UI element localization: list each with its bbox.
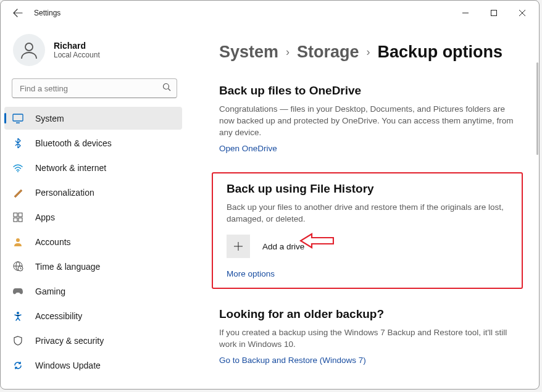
nav-item-accessibility[interactable]: Accessibility xyxy=(4,304,182,327)
globe-clock-icon xyxy=(12,261,24,273)
close-icon xyxy=(519,10,525,16)
svg-rect-13 xyxy=(19,218,22,222)
backup-restore-link[interactable]: Go to Backup and Restore (Windows 7) xyxy=(219,356,366,365)
search-field[interactable] xyxy=(12,78,177,98)
nav-item-accounts[interactable]: Accounts xyxy=(4,230,182,253)
nav-label: System xyxy=(35,114,64,123)
person-icon xyxy=(12,236,24,248)
bluetooth-icon xyxy=(12,137,24,149)
section-description: Congratulations — files in your Desktop,… xyxy=(219,104,514,139)
nav-item-gaming[interactable]: Gaming xyxy=(4,280,182,302)
nav-label: Privacy & security xyxy=(35,336,104,346)
section-title: Back up using File History xyxy=(227,182,513,196)
nav-item-time-language[interactable]: Time & language xyxy=(4,255,182,278)
section-description: Back up your files to another drive and … xyxy=(227,202,513,225)
scrollbar[interactable] xyxy=(535,62,539,340)
nav-label: Gaming xyxy=(35,286,65,296)
svg-point-9 xyxy=(17,171,19,172)
section-description: If you created a backup using the Window… xyxy=(219,327,514,351)
breadcrumb-current: Backup options xyxy=(378,43,503,62)
svg-point-14 xyxy=(16,238,20,242)
add-drive-button[interactable]: Add a drive xyxy=(227,235,513,258)
main-content: System › Storage › Backup options Back u… xyxy=(190,25,539,389)
brush-icon xyxy=(12,186,24,199)
breadcrumb: System › Storage › Backup options xyxy=(190,43,528,62)
maximize-button[interactable] xyxy=(480,4,508,22)
user-icon xyxy=(19,40,39,60)
accessibility-icon xyxy=(12,310,24,322)
monitor-icon xyxy=(12,112,24,125)
close-button[interactable] xyxy=(508,4,536,22)
arrow-left-icon xyxy=(13,8,23,18)
settings-window: Settings Richar xyxy=(0,0,540,390)
nav-label: Personalization xyxy=(35,188,94,198)
chevron-right-icon: › xyxy=(367,46,370,59)
chevron-right-icon: › xyxy=(286,46,290,59)
arrow-left-annotation-icon xyxy=(299,233,334,249)
sync-icon xyxy=(12,359,24,372)
wifi-icon xyxy=(12,162,24,174)
svg-rect-10 xyxy=(14,213,17,217)
svg-rect-7 xyxy=(13,114,23,121)
open-onedrive-link[interactable]: Open OneDrive xyxy=(219,144,277,153)
nav-label: Apps xyxy=(35,212,55,222)
back-button[interactable] xyxy=(9,4,27,22)
annotation-arrow xyxy=(299,233,334,249)
section-title: Looking for an older backup? xyxy=(219,307,514,321)
nav-item-windows-update[interactable]: Windows Update xyxy=(4,354,182,377)
nav-label: Bluetooth & devices xyxy=(35,138,112,148)
nav-item-system[interactable]: System xyxy=(4,107,182,130)
nav-list: System Bluetooth & devices Network & int… xyxy=(1,104,185,381)
add-drive-label: Add a drive xyxy=(262,242,304,251)
section-title: Back up files to OneDrive xyxy=(219,84,514,98)
nav-item-privacy[interactable]: Privacy & security xyxy=(4,329,182,352)
user-block[interactable]: Richard Local Account xyxy=(1,30,185,75)
nav-label: Network & internet xyxy=(35,163,106,173)
breadcrumb-system[interactable]: System xyxy=(219,43,278,62)
minimize-button[interactable] xyxy=(451,4,480,22)
svg-point-4 xyxy=(25,43,33,51)
section-onedrive: Back up files to OneDrive Congratulation… xyxy=(190,84,528,154)
section-file-history: Back up using File History Back up your … xyxy=(212,172,523,290)
nav-label: Time & language xyxy=(35,262,100,272)
maximize-icon xyxy=(491,10,497,16)
more-options-link[interactable]: More options xyxy=(227,269,275,278)
search-input[interactable] xyxy=(12,78,177,98)
nav-label: Accessibility xyxy=(35,311,82,321)
scrollbar-thumb[interactable] xyxy=(536,62,538,155)
nav-label: Accounts xyxy=(35,237,71,247)
plus-icon xyxy=(227,235,250,258)
svg-rect-11 xyxy=(19,213,22,217)
section-older-backup: Looking for an older backup? If you crea… xyxy=(190,307,528,365)
gamepad-icon xyxy=(12,285,24,298)
app-title: Settings xyxy=(34,9,60,17)
nav-item-personalization[interactable]: Personalization xyxy=(4,181,182,204)
svg-rect-12 xyxy=(14,218,17,222)
user-name: Richard xyxy=(54,41,100,51)
avatar xyxy=(13,34,45,66)
sidebar: Richard Local Account System xyxy=(1,25,190,389)
shield-icon xyxy=(12,335,24,347)
user-account: Local Account xyxy=(54,51,100,59)
svg-rect-1 xyxy=(491,10,497,16)
breadcrumb-storage[interactable]: Storage xyxy=(297,43,359,62)
minimize-icon xyxy=(462,10,469,16)
apps-icon xyxy=(12,211,24,223)
nav-label: Windows Update xyxy=(35,361,101,370)
nav-item-apps[interactable]: Apps xyxy=(4,206,182,228)
nav-item-bluetooth[interactable]: Bluetooth & devices xyxy=(4,131,182,154)
titlebar: Settings xyxy=(1,1,539,25)
svg-point-21 xyxy=(17,312,19,314)
nav-item-network[interactable]: Network & internet xyxy=(4,156,182,179)
